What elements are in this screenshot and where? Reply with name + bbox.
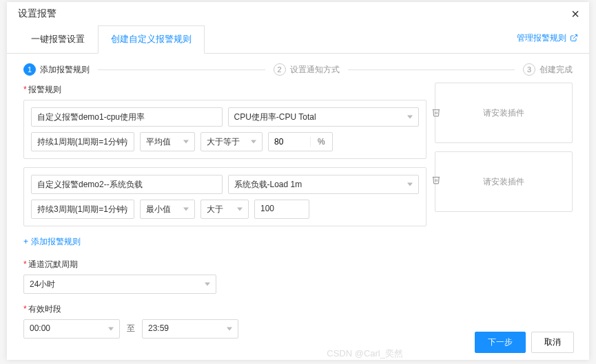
plugin-placeholder: 请安装插件 xyxy=(435,83,573,143)
to-label: 至 xyxy=(127,323,135,334)
close-icon[interactable]: × xyxy=(571,6,579,22)
silence-select[interactable]: 24小时 xyxy=(23,275,216,294)
start-time-select[interactable]: 00:00 xyxy=(23,319,120,339)
rule-card: 自定义报警demo2--系统负载 系统负载-Load 1m 持续3周期(1周期=… xyxy=(23,167,427,226)
rule-card: 自定义报警demo1-cpu使用率 CPU使用率-CPU Total 持续1周期… xyxy=(23,100,427,159)
threshold-input[interactable]: % xyxy=(268,132,333,151)
rule-name-input[interactable]: 自定义报警demo1-cpu使用率 xyxy=(31,107,223,127)
step-1: 1 添加报警规则 xyxy=(23,63,90,76)
steps: 1 添加报警规则 2 设置通知方式 3 创建完成 xyxy=(7,54,589,83)
threshold-input[interactable]: 100 xyxy=(254,200,309,219)
trash-icon[interactable] xyxy=(431,107,441,117)
cancel-button[interactable]: 取消 xyxy=(531,332,574,353)
modal-title: 设置报警 xyxy=(18,8,56,19)
add-rule-button[interactable]: + 添加报警规则 xyxy=(23,236,81,248)
external-link-icon xyxy=(570,34,578,42)
watermark: CSDN @Carl_奕然 xyxy=(327,347,403,360)
metric-select[interactable]: 系统负载-Load 1m xyxy=(228,175,420,194)
trash-icon[interactable] xyxy=(431,175,441,184)
tab-quick-alarm[interactable]: 一键报警设置 xyxy=(18,25,98,53)
silence-label: 通道沉默周期 xyxy=(23,259,427,270)
end-time-select[interactable]: 23:59 xyxy=(142,319,238,339)
modal-footer: 下一步 取消 xyxy=(475,332,574,353)
step-3: 3 创建完成 xyxy=(523,63,573,76)
step-2: 2 设置通知方式 xyxy=(274,63,340,76)
duration-select[interactable]: 持续3周期(1周期=1分钟) xyxy=(31,200,134,219)
manage-rules-link[interactable]: 管理报警规则 xyxy=(517,32,578,44)
rules-label: 报警规则 xyxy=(23,84,427,96)
svg-line-0 xyxy=(573,35,577,39)
operator-select[interactable]: 大于等于 xyxy=(201,132,263,151)
stat-select[interactable]: 最小值 xyxy=(140,200,195,219)
plus-icon: + xyxy=(23,237,28,246)
modal-header: 设置报警 × xyxy=(7,2,589,23)
plugin-placeholder: 请安装插件 xyxy=(435,151,573,212)
operator-select[interactable]: 大于 xyxy=(201,200,249,219)
next-button[interactable]: 下一步 xyxy=(475,332,526,353)
period-label: 有效时段 xyxy=(23,303,427,315)
rule-name-input[interactable]: 自定义报警demo2--系统负载 xyxy=(31,175,223,194)
metric-select[interactable]: CPU使用率-CPU Total xyxy=(228,107,420,127)
tab-custom-alarm[interactable]: 创建自定义报警规则 xyxy=(98,25,205,54)
stat-select[interactable]: 平均值 xyxy=(140,132,195,151)
alarm-settings-modal: 设置报警 × 一键报警设置 创建自定义报警规则 管理报警规则 1 添加报警规则 … xyxy=(7,2,589,360)
tabs: 一键报警设置 创建自定义报警规则 管理报警规则 xyxy=(7,25,589,54)
duration-select[interactable]: 持续1周期(1周期=1分钟) xyxy=(31,132,134,151)
